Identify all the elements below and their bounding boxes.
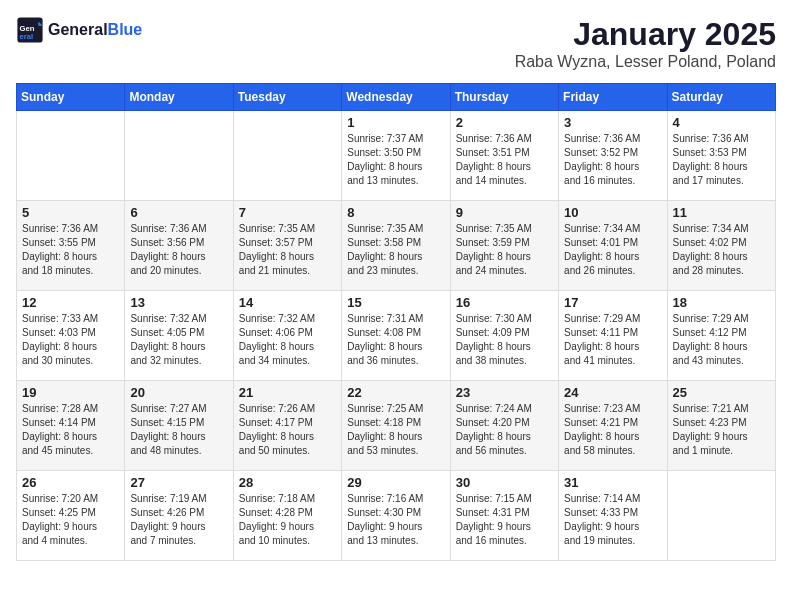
weekday-header-tuesday: Tuesday xyxy=(233,84,341,111)
day-number: 12 xyxy=(22,295,119,310)
calendar-cell: 21Sunrise: 7:26 AM Sunset: 4:17 PM Dayli… xyxy=(233,381,341,471)
day-info: Sunrise: 7:21 AM Sunset: 4:23 PM Dayligh… xyxy=(673,402,770,458)
calendar-cell: 26Sunrise: 7:20 AM Sunset: 4:25 PM Dayli… xyxy=(17,471,125,561)
day-info: Sunrise: 7:19 AM Sunset: 4:26 PM Dayligh… xyxy=(130,492,227,548)
weekday-header-sunday: Sunday xyxy=(17,84,125,111)
week-row-4: 19Sunrise: 7:28 AM Sunset: 4:14 PM Dayli… xyxy=(17,381,776,471)
week-row-2: 5Sunrise: 7:36 AM Sunset: 3:55 PM Daylig… xyxy=(17,201,776,291)
day-info: Sunrise: 7:35 AM Sunset: 3:57 PM Dayligh… xyxy=(239,222,336,278)
calendar-cell xyxy=(667,471,775,561)
calendar-body: 1Sunrise: 7:37 AM Sunset: 3:50 PM Daylig… xyxy=(17,111,776,561)
calendar-cell: 5Sunrise: 7:36 AM Sunset: 3:55 PM Daylig… xyxy=(17,201,125,291)
day-number: 1 xyxy=(347,115,444,130)
weekday-header-monday: Monday xyxy=(125,84,233,111)
day-info: Sunrise: 7:23 AM Sunset: 4:21 PM Dayligh… xyxy=(564,402,661,458)
day-number: 19 xyxy=(22,385,119,400)
day-info: Sunrise: 7:36 AM Sunset: 3:51 PM Dayligh… xyxy=(456,132,553,188)
calendar-cell: 28Sunrise: 7:18 AM Sunset: 4:28 PM Dayli… xyxy=(233,471,341,561)
day-info: Sunrise: 7:27 AM Sunset: 4:15 PM Dayligh… xyxy=(130,402,227,458)
calendar-cell: 31Sunrise: 7:14 AM Sunset: 4:33 PM Dayli… xyxy=(559,471,667,561)
calendar-cell: 20Sunrise: 7:27 AM Sunset: 4:15 PM Dayli… xyxy=(125,381,233,471)
calendar-table: SundayMondayTuesdayWednesdayThursdayFrid… xyxy=(16,83,776,561)
day-info: Sunrise: 7:24 AM Sunset: 4:20 PM Dayligh… xyxy=(456,402,553,458)
day-info: Sunrise: 7:35 AM Sunset: 3:59 PM Dayligh… xyxy=(456,222,553,278)
day-info: Sunrise: 7:29 AM Sunset: 4:11 PM Dayligh… xyxy=(564,312,661,368)
day-number: 22 xyxy=(347,385,444,400)
weekday-header-thursday: Thursday xyxy=(450,84,558,111)
day-info: Sunrise: 7:36 AM Sunset: 3:52 PM Dayligh… xyxy=(564,132,661,188)
day-number: 31 xyxy=(564,475,661,490)
day-info: Sunrise: 7:33 AM Sunset: 4:03 PM Dayligh… xyxy=(22,312,119,368)
calendar-cell: 12Sunrise: 7:33 AM Sunset: 4:03 PM Dayli… xyxy=(17,291,125,381)
day-info: Sunrise: 7:16 AM Sunset: 4:30 PM Dayligh… xyxy=(347,492,444,548)
day-info: Sunrise: 7:26 AM Sunset: 4:17 PM Dayligh… xyxy=(239,402,336,458)
calendar-cell xyxy=(233,111,341,201)
day-info: Sunrise: 7:34 AM Sunset: 4:01 PM Dayligh… xyxy=(564,222,661,278)
day-info: Sunrise: 7:15 AM Sunset: 4:31 PM Dayligh… xyxy=(456,492,553,548)
day-number: 6 xyxy=(130,205,227,220)
calendar-cell: 30Sunrise: 7:15 AM Sunset: 4:31 PM Dayli… xyxy=(450,471,558,561)
logo-icon: Gen eral xyxy=(16,16,44,44)
weekday-header-row: SundayMondayTuesdayWednesdayThursdayFrid… xyxy=(17,84,776,111)
calendar-cell: 18Sunrise: 7:29 AM Sunset: 4:12 PM Dayli… xyxy=(667,291,775,381)
day-info: Sunrise: 7:34 AM Sunset: 4:02 PM Dayligh… xyxy=(673,222,770,278)
calendar-cell: 4Sunrise: 7:36 AM Sunset: 3:53 PM Daylig… xyxy=(667,111,775,201)
day-number: 16 xyxy=(456,295,553,310)
day-number: 8 xyxy=(347,205,444,220)
day-info: Sunrise: 7:18 AM Sunset: 4:28 PM Dayligh… xyxy=(239,492,336,548)
calendar-cell: 3Sunrise: 7:36 AM Sunset: 3:52 PM Daylig… xyxy=(559,111,667,201)
day-number: 28 xyxy=(239,475,336,490)
day-number: 13 xyxy=(130,295,227,310)
calendar-cell: 8Sunrise: 7:35 AM Sunset: 3:58 PM Daylig… xyxy=(342,201,450,291)
day-number: 17 xyxy=(564,295,661,310)
day-info: Sunrise: 7:36 AM Sunset: 3:55 PM Dayligh… xyxy=(22,222,119,278)
calendar-cell: 13Sunrise: 7:32 AM Sunset: 4:05 PM Dayli… xyxy=(125,291,233,381)
day-number: 7 xyxy=(239,205,336,220)
day-info: Sunrise: 7:31 AM Sunset: 4:08 PM Dayligh… xyxy=(347,312,444,368)
day-number: 25 xyxy=(673,385,770,400)
day-number: 29 xyxy=(347,475,444,490)
day-info: Sunrise: 7:32 AM Sunset: 4:06 PM Dayligh… xyxy=(239,312,336,368)
day-number: 2 xyxy=(456,115,553,130)
svg-text:eral: eral xyxy=(20,32,34,41)
calendar-cell: 6Sunrise: 7:36 AM Sunset: 3:56 PM Daylig… xyxy=(125,201,233,291)
day-info: Sunrise: 7:37 AM Sunset: 3:50 PM Dayligh… xyxy=(347,132,444,188)
day-info: Sunrise: 7:35 AM Sunset: 3:58 PM Dayligh… xyxy=(347,222,444,278)
day-info: Sunrise: 7:28 AM Sunset: 4:14 PM Dayligh… xyxy=(22,402,119,458)
calendar-cell: 15Sunrise: 7:31 AM Sunset: 4:08 PM Dayli… xyxy=(342,291,450,381)
day-info: Sunrise: 7:20 AM Sunset: 4:25 PM Dayligh… xyxy=(22,492,119,548)
location-title: Raba Wyzna, Lesser Poland, Poland xyxy=(515,53,776,71)
day-info: Sunrise: 7:14 AM Sunset: 4:33 PM Dayligh… xyxy=(564,492,661,548)
day-info: Sunrise: 7:30 AM Sunset: 4:09 PM Dayligh… xyxy=(456,312,553,368)
week-row-5: 26Sunrise: 7:20 AM Sunset: 4:25 PM Dayli… xyxy=(17,471,776,561)
day-info: Sunrise: 7:36 AM Sunset: 3:53 PM Dayligh… xyxy=(673,132,770,188)
logo-text-general: General xyxy=(48,21,108,38)
calendar-cell xyxy=(125,111,233,201)
day-number: 11 xyxy=(673,205,770,220)
day-info: Sunrise: 7:25 AM Sunset: 4:18 PM Dayligh… xyxy=(347,402,444,458)
day-number: 14 xyxy=(239,295,336,310)
weekday-header-friday: Friday xyxy=(559,84,667,111)
calendar-cell: 10Sunrise: 7:34 AM Sunset: 4:01 PM Dayli… xyxy=(559,201,667,291)
logo-text-blue: Blue xyxy=(108,21,143,38)
day-number: 15 xyxy=(347,295,444,310)
day-info: Sunrise: 7:36 AM Sunset: 3:56 PM Dayligh… xyxy=(130,222,227,278)
month-title: January 2025 xyxy=(515,16,776,53)
day-number: 20 xyxy=(130,385,227,400)
calendar-cell: 2Sunrise: 7:36 AM Sunset: 3:51 PM Daylig… xyxy=(450,111,558,201)
day-number: 21 xyxy=(239,385,336,400)
day-info: Sunrise: 7:29 AM Sunset: 4:12 PM Dayligh… xyxy=(673,312,770,368)
day-number: 9 xyxy=(456,205,553,220)
week-row-1: 1Sunrise: 7:37 AM Sunset: 3:50 PM Daylig… xyxy=(17,111,776,201)
calendar-cell: 17Sunrise: 7:29 AM Sunset: 4:11 PM Dayli… xyxy=(559,291,667,381)
day-number: 10 xyxy=(564,205,661,220)
day-number: 3 xyxy=(564,115,661,130)
calendar-cell xyxy=(17,111,125,201)
day-number: 23 xyxy=(456,385,553,400)
calendar-cell: 24Sunrise: 7:23 AM Sunset: 4:21 PM Dayli… xyxy=(559,381,667,471)
header: Gen eral GeneralBlue January 2025 Raba W… xyxy=(16,16,776,71)
calendar-cell: 27Sunrise: 7:19 AM Sunset: 4:26 PM Dayli… xyxy=(125,471,233,561)
calendar-cell: 1Sunrise: 7:37 AM Sunset: 3:50 PM Daylig… xyxy=(342,111,450,201)
day-number: 18 xyxy=(673,295,770,310)
title-area: January 2025 Raba Wyzna, Lesser Poland, … xyxy=(515,16,776,71)
